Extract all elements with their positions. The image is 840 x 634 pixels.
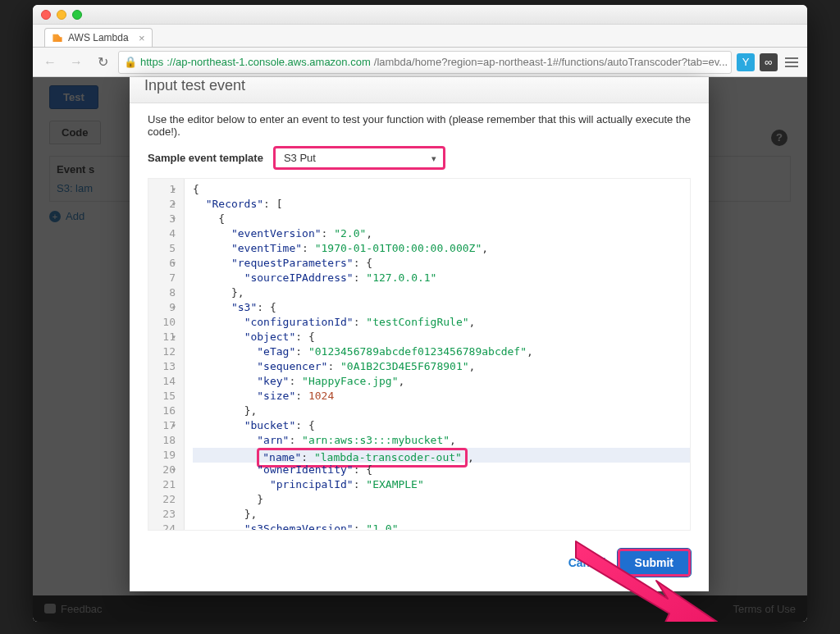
chrome-menu-icon[interactable]: [783, 53, 801, 71]
address-bar[interactable]: 🔒 https ://ap-northeast-1.console.aws.am…: [118, 51, 732, 74]
cancel-button[interactable]: Cancel: [568, 556, 606, 569]
modal-hint: Use the editor below to enter an event t…: [148, 113, 691, 138]
extension-icons: Y ∞: [737, 53, 801, 71]
browser-window: AWS Lambda × ← → ↻ 🔒 https ://ap-northea…: [33, 5, 807, 622]
test-event-modal: Input test event Use the editor below to…: [130, 77, 709, 591]
page-content: Test Code ? Event s S3: lam + Add Feedba…: [33, 77, 807, 622]
json-editor[interactable]: 1▾2▾3▾456▾789▾1011▾121314151617▾181920▾2…: [148, 178, 691, 531]
submit-button[interactable]: Submit: [618, 549, 691, 577]
extension-icon-2[interactable]: ∞: [760, 53, 778, 71]
editor-gutter: 1▾2▾3▾456▾789▾1011▾121314151617▾181920▾2…: [148, 179, 185, 530]
extension-icon-1[interactable]: Y: [737, 53, 755, 71]
mac-titlebar: [33, 5, 807, 25]
sample-template-select[interactable]: S3 Put ▾: [273, 146, 445, 170]
tab-close-icon[interactable]: ×: [139, 32, 145, 44]
nav-forward-icon[interactable]: →: [66, 52, 87, 73]
url-path: /lambda/home?region=ap-northeast-1#/func…: [374, 56, 728, 68]
modal-footer: Cancel Submit: [130, 534, 709, 591]
browser-tabstrip: AWS Lambda ×: [33, 25, 807, 48]
tab-title: AWS Lambda: [68, 32, 129, 43]
minimize-window-icon[interactable]: [57, 10, 66, 20]
modal-title: Input test event: [144, 77, 245, 94]
browser-tab-active[interactable]: AWS Lambda ×: [44, 28, 153, 47]
window-controls: [41, 10, 82, 20]
lock-icon: 🔒: [124, 56, 137, 68]
chevron-down-icon: ▾: [431, 153, 436, 164]
aws-favicon-icon: [52, 32, 63, 43]
reload-icon[interactable]: ↻: [92, 52, 113, 73]
close-window-icon[interactable]: [41, 10, 51, 20]
url-scheme: https: [140, 56, 163, 68]
url-host: ://ap-northeast-1.console.aws.amazon.com: [167, 56, 371, 68]
zoom-window-icon[interactable]: [72, 10, 82, 20]
editor-code[interactable]: { "Records": [ { "eventVersion": "2.0", …: [185, 179, 690, 530]
template-selected-value: S3 Put: [284, 152, 316, 164]
browser-toolbar: ← → ↻ 🔒 https ://ap-northeast-1.console.…: [33, 48, 807, 77]
nav-back-icon[interactable]: ←: [39, 52, 61, 73]
template-label: Sample event template: [148, 152, 263, 164]
bookmark-star-icon[interactable]: ☆: [731, 56, 732, 68]
